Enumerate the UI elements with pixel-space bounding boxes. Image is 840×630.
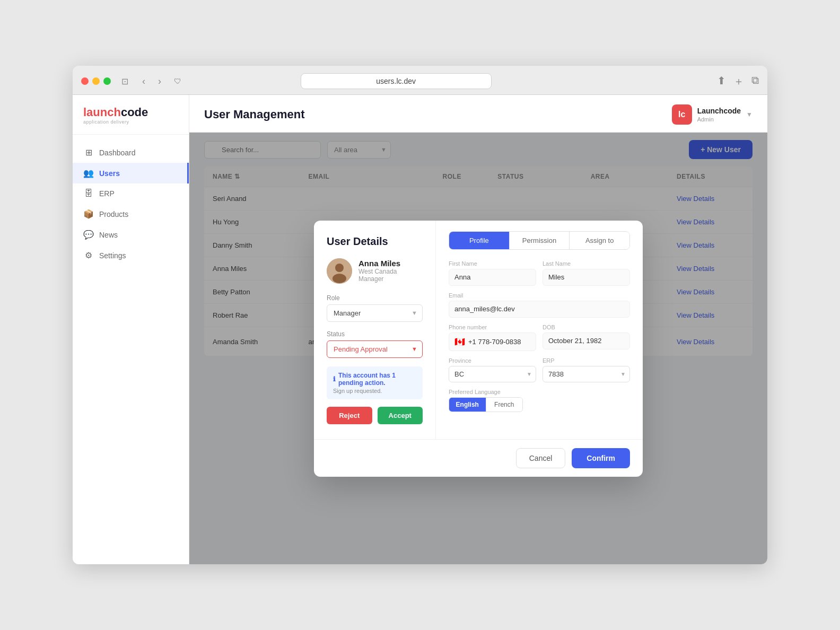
sidebar-item-news[interactable]: 💬 News: [73, 224, 189, 245]
role-select[interactable]: Manager: [327, 304, 423, 322]
sidebar-item-label: Products: [99, 210, 128, 218]
status-label: Status: [327, 330, 423, 338]
main-area: User Management lc Launchcode Admin ▼: [189, 95, 767, 564]
modal-footer: Cancel Confirm: [314, 439, 643, 477]
sidebar-item-dashboard[interactable]: ⊞ Dashboard: [73, 142, 189, 163]
traffic-lights: [81, 77, 111, 85]
sidebar-item-erp[interactable]: 🗄 ERP: [73, 183, 189, 204]
close-button[interactable]: [81, 77, 89, 85]
sidebar-item-label: Users: [99, 169, 120, 178]
dob-value: October 21, 1982: [542, 332, 630, 349]
email-field: Email anna_miles@lc.dev: [449, 292, 630, 318]
modal-body: User Details: [314, 221, 643, 439]
user-badge[interactable]: lc Launchcode Admin ▼: [672, 104, 752, 125]
dashboard-icon: ⊞: [83, 147, 94, 158]
province-label: Province: [449, 357, 536, 364]
phone-label: Phone number: [449, 324, 536, 330]
phone-field: Phone number 🇨🇦 +1 778-709-0838: [449, 324, 536, 351]
tab-permission[interactable]: Permission: [510, 232, 570, 249]
email-value: anna_miles@lc.dev: [449, 301, 630, 318]
share-icon[interactable]: ⬆: [717, 74, 726, 89]
confirm-button[interactable]: Confirm: [572, 448, 630, 468]
sidebar-item-settings[interactable]: ⚙ Settings: [73, 245, 189, 266]
sidebar-item-users[interactable]: 👥 Users: [73, 163, 189, 183]
role-form-group: Role Manager ▼: [327, 294, 423, 322]
user-avatar-modal: [327, 258, 352, 284]
user-modal-position: West Canada Manager: [358, 268, 423, 283]
user-avatar: lc: [672, 104, 692, 125]
chevron-down-icon: ▼: [746, 111, 752, 118]
lang-french-button[interactable]: French: [486, 398, 523, 412]
tab-bar: Profile Permission Assign to: [449, 231, 630, 250]
reject-button[interactable]: Reject: [327, 407, 372, 424]
language-label: Preferred Language: [449, 389, 630, 395]
language-toggle: English French: [449, 397, 523, 412]
info-icon: ℹ: [333, 375, 336, 383]
language-field: Preferred Language English French: [449, 389, 630, 412]
dob-label: DOB: [542, 324, 630, 330]
maximize-button[interactable]: [103, 77, 111, 85]
new-tab-icon[interactable]: ＋: [733, 74, 744, 89]
sidebar-item-label: ERP: [99, 189, 115, 198]
pending-notice-title: ℹ This account has 1 pending action.: [333, 372, 416, 387]
sidebar-item-products[interactable]: 📦 Products: [73, 204, 189, 224]
logo-sub: application delivery: [83, 119, 178, 125]
email-label: Email: [449, 292, 630, 299]
sidebar-logo: launchcode application delivery: [73, 95, 189, 135]
first-name-field: First Name Anna: [449, 260, 536, 286]
status-modal-select[interactable]: Pending Approval: [327, 340, 423, 358]
sidebar-toggle-button[interactable]: ⊡: [117, 75, 133, 88]
erp-select[interactable]: 7838: [542, 366, 630, 382]
modal-left-panel: User Details: [314, 221, 436, 439]
sidebar-item-label: News: [99, 231, 118, 239]
last-name-label: Last Name: [542, 260, 630, 267]
dob-field: DOB October 21, 1982: [542, 324, 630, 351]
profile-grid: First Name Anna Last Name Miles Email: [449, 260, 630, 412]
sidebar-item-label: Dashboard: [99, 148, 136, 157]
erp-field: ERP 7838 ▼: [542, 357, 630, 382]
action-buttons: Reject Accept: [327, 407, 423, 424]
main-header: User Management lc Launchcode Admin ▼: [189, 95, 767, 133]
role-label: Role: [327, 294, 423, 302]
modal-title: User Details: [327, 235, 423, 248]
erp-icon: 🗄: [83, 189, 94, 198]
user-name: Launchcode: [697, 106, 741, 116]
province-field: Province BC ▼: [449, 357, 536, 382]
svg-point-1: [335, 264, 344, 272]
tabs-icon[interactable]: ⧉: [751, 74, 759, 89]
accept-button[interactable]: Accept: [378, 407, 423, 424]
forward-button[interactable]: ›: [155, 75, 164, 88]
last-name-value: Miles: [542, 269, 630, 286]
svg-point-2: [332, 274, 346, 283]
page-title: User Management: [204, 108, 305, 121]
last-name-field: Last Name Miles: [542, 260, 630, 286]
status-form-group: Status Pending Approval ▼: [327, 330, 423, 358]
user-profile-row: Anna Miles West Canada Manager: [327, 258, 423, 284]
tab-assign-to[interactable]: Assign to: [570, 232, 629, 249]
canada-flag-icon: 🇨🇦: [454, 337, 465, 347]
province-select[interactable]: BC: [449, 366, 536, 382]
modal-right-panel: Profile Permission Assign to First Name …: [436, 221, 643, 439]
logo-text: launchcode: [83, 107, 178, 118]
erp-label: ERP: [542, 357, 630, 364]
back-button[interactable]: ‹: [139, 75, 148, 88]
products-icon: 📦: [83, 209, 94, 219]
address-bar[interactable]: users.lc.dev: [301, 73, 492, 89]
minimize-button[interactable]: [92, 77, 100, 85]
sidebar: launchcode application delivery ⊞ Dashbo…: [73, 95, 189, 564]
sidebar-item-label: Settings: [99, 251, 126, 260]
modal-overlay: User Details: [189, 133, 767, 564]
news-icon: 💬: [83, 230, 94, 240]
phone-value: 🇨🇦 +1 778-709-0838: [449, 332, 536, 351]
browser-chrome: ⊡ ‹ › 🛡 users.lc.dev ⬆ ＋ ⧉: [73, 66, 767, 95]
user-role: Admin: [697, 116, 741, 123]
cancel-button[interactable]: Cancel: [516, 448, 566, 468]
sidebar-nav: ⊞ Dashboard 👥 Users 🗄 ERP 📦 Products 💬: [73, 135, 189, 564]
user-modal-name: Anna Miles: [358, 259, 423, 268]
user-modal-info: Anna Miles West Canada Manager: [358, 259, 423, 283]
lang-english-button[interactable]: English: [449, 398, 486, 412]
tab-profile[interactable]: Profile: [449, 232, 510, 249]
settings-icon: ⚙: [83, 250, 94, 260]
pending-notice-subtitle: Sign up requested.: [333, 388, 416, 394]
pending-notice: ℹ This account has 1 pending action. Sig…: [327, 366, 423, 399]
